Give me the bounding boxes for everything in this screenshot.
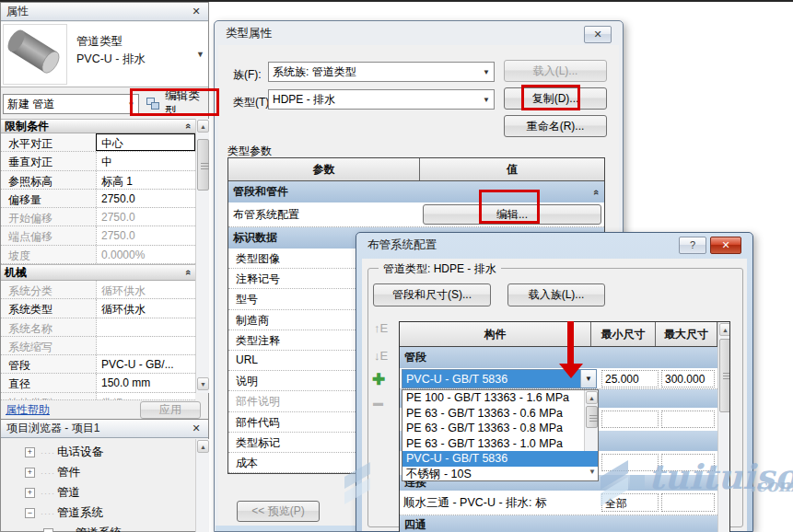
segment-combobox[interactable]: PVC-U - GB/T 5836 ▼	[402, 369, 597, 388]
tree-item[interactable]: + ···· 电话设备	[25, 445, 103, 460]
property-value-field[interactable]: 150.0 mm	[96, 374, 195, 391]
selector-dropdown-icon[interactable]: ▼	[196, 50, 208, 59]
dropdown-item[interactable]: PE 100 - GB/T 13363 - 1.6 MPa	[402, 390, 598, 406]
apply-button[interactable]: 应用	[140, 401, 201, 419]
properties-scrollbar[interactable]: ▲ ▼	[195, 119, 209, 393]
rename-button[interactable]: 重命名(R)...	[504, 115, 607, 137]
mechanical-header[interactable]: 机械 «	[1, 264, 195, 281]
type-combobox[interactable]: HDPE - 排水 ▼	[268, 89, 495, 110]
min-size-cell[interactable]: 全部	[601, 493, 659, 512]
properties-help-link[interactable]: 属性帮助	[6, 402, 50, 418]
tree-item-label[interactable]: 管件	[57, 465, 80, 480]
tree-item[interactable]: + ···· 管道	[25, 485, 80, 501]
col-header-min-size[interactable]: 最小尺寸	[591, 322, 656, 346]
remove-row-icon[interactable]: ▬	[373, 397, 383, 408]
type-dialog-titlebar[interactable]: 类型属性 ✕	[215, 21, 623, 45]
group-row-segments[interactable]: 管段和管件 «	[228, 181, 604, 202]
property-row: 开始偏移 2750.0	[1, 208, 195, 226]
collapse-icon[interactable]: «	[591, 189, 602, 194]
property-row: 管段 PVC-U - GB/...	[1, 355, 195, 374]
col-header-value[interactable]: 值	[420, 158, 604, 180]
tree-item-label[interactable]: 管道系统	[57, 505, 103, 521]
tree-item-label[interactable]: 管道系统	[76, 526, 122, 532]
combo-dropdown-button[interactable]: ▼	[580, 370, 596, 387]
col-header-max-size[interactable]: 最大尺寸	[656, 322, 717, 346]
constraints-header[interactable]: 限制条件 «	[1, 119, 195, 133]
move-down-icon[interactable]: ↓Ε	[374, 349, 388, 363]
property-value-field[interactable]: 循环供水	[96, 299, 195, 317]
col-header-param[interactable]: 参数	[228, 158, 420, 180]
dropdown-item[interactable]: PE 63 - GB/T 13363 - 1.0 MPa	[402, 436, 598, 452]
scroll-up-icon[interactable]: ▲	[197, 440, 209, 453]
dropdown-item[interactable]: PE 63 - GB/T 13363 - 0.8 MPa	[402, 421, 598, 436]
scroll-up-icon[interactable]: ▲	[719, 323, 730, 336]
property-row: 参照标高 标高 1	[1, 171, 195, 190]
components-scrollbar[interactable]: ▲	[717, 322, 730, 532]
properties-titlebar[interactable]: 属性 ✕	[1, 3, 208, 21]
property-row: 系统缩写	[1, 337, 195, 355]
close-icon: ✕	[721, 239, 729, 251]
property-value-field[interactable]: 标高 1	[96, 171, 195, 189]
expand-icon[interactable]: −	[25, 508, 35, 518]
property-row: 坡度 0.0000%	[1, 246, 195, 264]
dropdown-item[interactable]: 不锈钢 - 10S	[402, 467, 598, 482]
property-row: 直径 150.0 mm	[1, 374, 195, 392]
scroll-down-icon[interactable]: ▼	[589, 468, 596, 476]
selector-type: PVC-U - 排水	[76, 51, 194, 68]
family-combobox[interactable]: 系统族: 管道类型 ▼	[268, 62, 495, 82]
cylinder-shape	[5, 28, 63, 76]
tree-item-label[interactable]: 管道	[57, 485, 80, 501]
tree-item[interactable]: + ···· 管件	[25, 465, 80, 480]
property-value-field[interactable]: 2750.0	[96, 190, 195, 207]
close-icon: ✕	[593, 29, 601, 40]
load-button[interactable]: 载入(L)...	[504, 60, 607, 82]
scroll-up-icon[interactable]: ▲	[586, 391, 598, 404]
scroll-down-icon[interactable]: ▼	[197, 377, 209, 390]
close-button[interactable]: ✕	[710, 237, 741, 254]
expand-icon[interactable]: +	[25, 488, 35, 498]
scroll-up-icon[interactable]: ▲	[197, 120, 209, 133]
new-element-combobox[interactable]: 新建 管道 ▼	[3, 94, 139, 114]
expand-icon[interactable]: +	[25, 468, 35, 478]
collapse-icon[interactable]: «	[183, 270, 194, 275]
property-value-field[interactable]: 中心	[96, 133, 195, 151]
type-selector[interactable]: 管道类型 PVC-U - 排水 ▼	[1, 22, 208, 87]
tree-item-label[interactable]: 电话设备	[57, 445, 103, 460]
dropdown-scrollbar[interactable]: ▲	[584, 390, 598, 451]
tree-item[interactable]: − ···· 管道系统	[25, 505, 103, 521]
tree-item[interactable]: − ···· 管道系统	[43, 526, 122, 532]
segment-row: PVC-U - GB/T 5836 ▼ 25.000 300.000	[400, 368, 717, 389]
property-row: 系统分类 循环供水	[1, 281, 195, 299]
close-icon[interactable]: ✕	[190, 6, 203, 17]
close-icon[interactable]: ✕	[190, 422, 203, 434]
expand-icon[interactable]: −	[43, 528, 53, 532]
add-row-icon[interactable]: ✚	[372, 370, 385, 389]
edit-routing-button[interactable]: 编辑...	[423, 204, 601, 225]
browser-scrollbar[interactable]: ▲	[195, 439, 209, 532]
property-row: 系统类型 循环供水	[1, 299, 195, 318]
property-value-field[interactable]: 中	[96, 152, 195, 169]
move-up-icon[interactable]: ↑Ε	[374, 321, 388, 335]
edit-type-button[interactable]: 编辑类型	[165, 88, 208, 120]
connection-value[interactable]: 顺水三通 - PVC-U - 排水: 标	[403, 495, 597, 511]
preview-button[interactable]: << 预览(P)	[237, 501, 320, 522]
family-label: 族(F):	[233, 67, 262, 83]
property-value-field[interactable]: PVC-U - GB/...	[96, 355, 195, 373]
max-size-cell[interactable]: 300.000	[661, 370, 715, 387]
dropdown-item-selected[interactable]: PVC-U - GB/T 5836	[402, 451, 598, 467]
min-size-cell[interactable]: 25.000	[601, 370, 659, 387]
property-row: 垂直对正 中	[1, 152, 195, 170]
col-header-component[interactable]: 构件	[400, 322, 591, 346]
browser-titlebar[interactable]: 项目浏览器 - 项目1 ✕	[1, 420, 208, 438]
help-button[interactable]: ?	[679, 237, 706, 254]
segments-sizes-button[interactable]: 管段和尺寸(S)...	[373, 283, 491, 306]
collapse-icon[interactable]: «	[183, 123, 194, 129]
routing-dialog-titlebar[interactable]: 布管系统配置 ? ✕	[356, 233, 752, 257]
properties-palette: 属性 ✕ 管道类型	[0, 2, 209, 419]
dropdown-item[interactable]: PE 63 - GB/T 13363 - 0.6 MPa	[402, 406, 598, 422]
close-button[interactable]: ✕	[584, 26, 612, 43]
load-family-button[interactable]: 载入族(L)...	[507, 283, 605, 306]
duplicate-button[interactable]: 复制(D)...	[504, 87, 607, 110]
max-size-cell[interactable]	[661, 493, 715, 512]
expand-icon[interactable]: +	[25, 447, 35, 457]
